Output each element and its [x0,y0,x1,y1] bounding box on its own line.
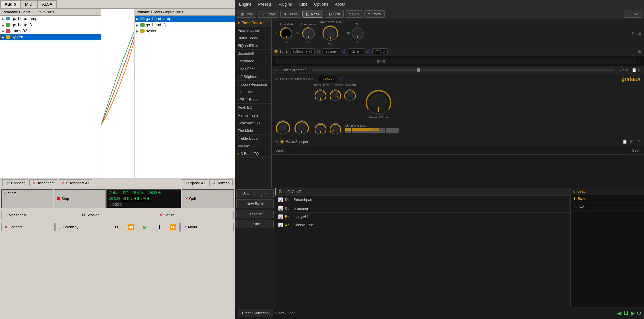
effect-treble-boost[interactable]: Treble Boost [235,135,271,142]
noise-gate-knob[interactable] [280,27,293,40]
compressor-knob[interactable] [302,27,315,40]
rack-settings-icon-2[interactable]: ⊞ [637,139,641,144]
tuner-stream-icon[interactable]: ↺ [342,49,346,54]
tube-screamer-led[interactable] [275,69,277,71]
session-button[interactable]: ⊡ Session [79,211,156,219]
rack-settings-icon[interactable]: ⚙ [632,30,636,36]
tab-alsa[interactable]: ALSA [38,0,57,8]
effect-lpb1-boost[interactable]: LPB-1 Boost [235,96,271,104]
dropdown-arrow-icon-2[interactable]: ▼ [229,10,233,14]
waveshaper-save-icon[interactable]: 📋 [622,139,627,144]
effect-hogs-foot[interactable]: Hogs Foot [235,65,271,73]
effect-biquad[interactable]: BiQuadFilter [235,42,271,50]
guitar-knob-1[interactable] [314,122,327,135]
tab-audio[interactable]: Audio [0,0,20,8]
menu-about[interactable]: About [334,1,347,7]
transport-pause-button[interactable]: ⏸ [152,222,165,232]
tab-midi[interactable]: MIDI [20,0,38,8]
messages-button[interactable]: ⊡ Messages [1,211,78,219]
effect-amp-impulse[interactable]: Amp Impulse [235,27,271,34]
tube-screamer-slider[interactable] [417,68,420,72]
effect-lh-filter[interactable]: L/H Filter [235,88,271,96]
tab-pool[interactable]: ▣ Pool [237,10,256,18]
bank-d-scratchpad[interactable]: 📊 D: Scratchpad [275,196,570,204]
bank-e-geoff[interactable]: E: E: Geoff [275,188,570,196]
transport-rwd-button[interactable]: ⏪ [124,222,137,232]
bank-c-brummer[interactable]: 📊 C: brummer [275,204,570,213]
noise-gate-led[interactable] [275,32,277,34]
tuner-right-expand-icon[interactable]: ⊞ [637,59,641,63]
menu-plugins[interactable]: Plugins [277,1,293,7]
effect-scaleable-eq[interactable]: Scaleable EQ [235,119,271,127]
waveshaper-power[interactable] [281,140,283,143]
client-gx-head-amp[interactable]: ▶ gx_head_amp [0,16,101,22]
tab-fold[interactable]: ≡ Fold [345,10,363,18]
client-gx-head-fx[interactable]: ▶ gx_head_fx [0,22,101,28]
effect-peak-eq[interactable]: Peak EQ [235,104,271,111]
preset-item-new[interactable]: <new> [571,203,644,211]
effect-feedback[interactable]: Feedback [235,57,271,65]
wclient-system[interactable]: ▶ system [135,28,235,34]
tuner-refresh-icon[interactable]: ↺ [317,49,321,54]
effect-impulse-response[interactable]: ImpulseResponse [235,81,271,88]
effect-the-mole[interactable]: The Mole [235,127,271,135]
tab-rack[interactable]: ◫ Rack [302,10,323,18]
new-bank-button[interactable]: New Bank [236,199,274,208]
bass-boost-knob[interactable] [314,89,327,101]
refresh-button[interactable]: ↺ Refresh [209,179,233,186]
client-lmms[interactable]: ▶ lmms-03 [0,28,101,34]
disconnect-all-button[interactable]: ✕ Disconnect All [59,179,92,186]
tuner-stop-btn[interactable]: ◀ [381,58,385,64]
wclient-gx-head-amp[interactable]: ▶ gx_head_amp [135,16,235,22]
guitar-knob-2[interactable] [329,122,342,135]
status-settings-icon[interactable]: ⚙ [637,310,641,316]
expand-all-button[interactable]: ⊞ Expand All [181,179,208,186]
wclient-gx-head-fx[interactable]: ▶ gx_head_fx [135,22,235,28]
effect-buffer-boost[interactable]: Buffer Boost [235,34,271,42]
clip-knob[interactable] [351,27,364,40]
effect-3band-eq[interactable]: ♪ 3 Band EQ [235,150,271,158]
stop-button[interactable]: Stop [54,189,105,208]
setup-button[interactable]: ⚙ Setup... [157,211,234,219]
preset-selection-button[interactable]: Preset Selection [238,309,273,317]
compressor-led[interactable] [296,32,299,34]
preset-item-lead[interactable]: 1: Bass [571,195,644,203]
reverb-knob[interactable] [344,89,356,101]
menu-options[interactable]: Options [313,1,329,7]
about-button[interactable]: ⊙ About... [180,223,234,231]
connect-button[interactable]: 🔗 Connect [2,179,28,186]
disconnect-button[interactable]: ✕ Disconnect [29,179,57,186]
organize-button[interactable]: Organize [236,210,274,218]
menu-presets[interactable]: Presets [257,1,273,7]
presence-knob[interactable] [329,89,342,101]
online-button[interactable]: Online [236,220,274,228]
tuner-play-icon[interactable]: ▶ [377,58,381,64]
effect-volume[interactable]: Volume [235,142,271,150]
waveshaper-led[interactable] [275,140,278,143]
guitarix-refresh-icon[interactable]: ↺ [339,76,343,82]
master-volume-knob[interactable] [365,89,392,116]
start-button[interactable]: ▷ Start [1,189,53,208]
master-gain-knob[interactable] [294,120,309,135]
status-arrow-left-icon[interactable]: ◀ [617,310,621,316]
waveshaper-copy-icon[interactable]: ⊞ [630,139,633,144]
client-system[interactable]: ▶ system [0,34,101,40]
transport-begin-button[interactable]: ⏮ [110,222,123,232]
tube-screamer-copy-icon[interactable]: ⊞ [638,67,641,72]
transport-play-button[interactable]: ▶ [138,222,151,232]
tuner-power-led[interactable] [275,50,277,53]
live-button[interactable]: ⊡ Live [624,10,642,18]
dropdown-arrow-icon[interactable]: ▼ [95,10,99,14]
tab-order[interactable]: ⊙ Order [258,10,279,18]
effect-baxandall[interactable]: Baxandall [235,50,271,57]
tab-split[interactable]: ◧ Split [325,10,344,18]
tab-show[interactable]: ≡ Show [364,10,385,18]
pre-gain-knob[interactable] [275,120,291,135]
mono-level-knob[interactable] [322,25,339,41]
tube-screamer-save-icon[interactable]: 📋 [632,67,637,72]
connect-bottom-button[interactable]: ✕ Connect [1,223,55,231]
menu-tube[interactable]: Tube [297,1,309,7]
rack-expand-icon[interactable]: ⊞ [637,30,641,36]
tab-tuner[interactable]: ◈ Tuner [280,10,301,18]
guitarix-led[interactable] [275,78,278,80]
